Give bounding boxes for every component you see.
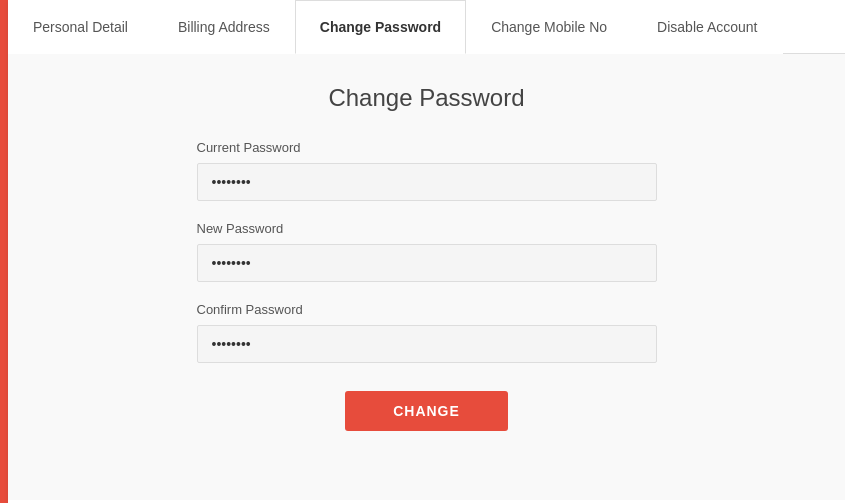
new-password-input[interactable] <box>197 244 657 282</box>
current-password-label: Current Password <box>197 140 657 155</box>
new-password-label: New Password <box>197 221 657 236</box>
change-button[interactable]: CHANGE <box>345 391 508 431</box>
tab-change-password[interactable]: Change Password <box>295 0 466 54</box>
left-accent <box>0 0 8 503</box>
page-container: Personal Detail Billing Address Change P… <box>0 0 845 503</box>
current-password-input[interactable] <box>197 163 657 201</box>
tab-billing-address[interactable]: Billing Address <box>153 0 295 54</box>
current-password-group: Current Password <box>197 140 657 201</box>
confirm-password-input[interactable] <box>197 325 657 363</box>
confirm-password-group: Confirm Password <box>197 302 657 363</box>
tab-bar: Personal Detail Billing Address Change P… <box>8 0 845 54</box>
tab-change-mobile[interactable]: Change Mobile No <box>466 0 632 54</box>
form-title: Change Password <box>48 84 805 112</box>
main-card: Personal Detail Billing Address Change P… <box>8 0 845 503</box>
tab-personal-detail[interactable]: Personal Detail <box>8 0 153 54</box>
confirm-password-label: Confirm Password <box>197 302 657 317</box>
new-password-group: New Password <box>197 221 657 282</box>
form-content: Change Password Current Password New Pas… <box>8 54 845 500</box>
tab-disable-account[interactable]: Disable Account <box>632 0 782 54</box>
